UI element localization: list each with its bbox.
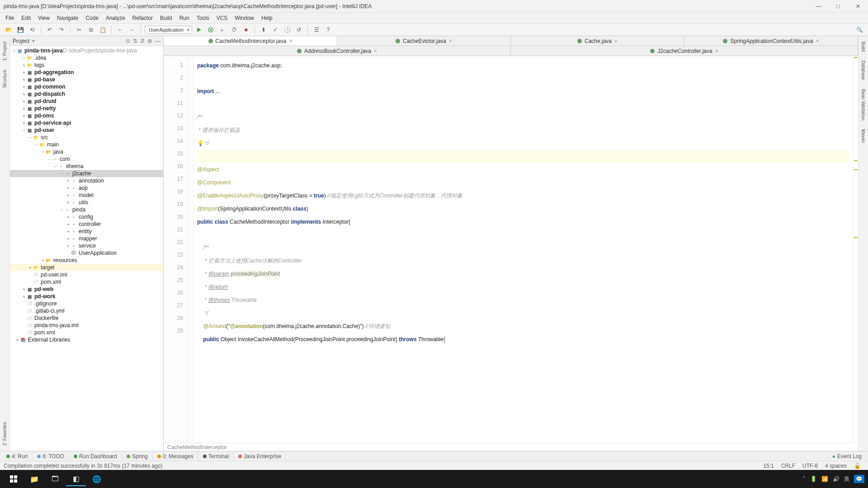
tree-item[interactable]: +▫config <box>10 213 163 221</box>
tab-cache[interactable]: Cache.java× <box>511 36 684 46</box>
tray-ime-icon[interactable]: 英 <box>844 475 849 483</box>
vcs-history-icon[interactable]: 🕓 <box>282 25 292 35</box>
paste-icon[interactable]: 📋 <box>98 25 108 35</box>
menu-refactor[interactable]: Refactor <box>129 14 156 22</box>
debug-icon[interactable] <box>206 25 216 35</box>
bottom-tab-run[interactable]: 4: Run <box>2 451 33 461</box>
structure-icon[interactable]: ☰ <box>311 25 321 35</box>
copy-icon[interactable]: ⧉ <box>86 25 96 35</box>
breadcrumb[interactable]: CacheMethodInterceptor <box>164 443 858 451</box>
menu-build[interactable]: Build <box>156 14 176 22</box>
bottom-tab-javaee[interactable]: Java Enterprise <box>234 451 286 461</box>
bottom-tab-spring[interactable]: Spring <box>122 451 153 461</box>
chevron-down-icon[interactable]: ▼ <box>31 39 35 43</box>
menu-code[interactable]: Code <box>82 14 102 22</box>
gear-icon[interactable]: ⚙ <box>147 38 152 44</box>
right-tab-database[interactable]: Database <box>860 59 867 82</box>
menu-navigate[interactable]: Navigate <box>53 14 82 22</box>
taskbar-chrome-icon[interactable]: 🌐 <box>87 472 107 486</box>
tree-item[interactable]: −📂java <box>10 148 163 155</box>
expand-all-icon[interactable]: ⇅ <box>133 38 137 44</box>
status-lock-icon[interactable]: 🔓 <box>850 463 864 469</box>
tree-item[interactable]: +▦pd-common <box>10 83 163 90</box>
taskbar-intellij-icon[interactable]: ◧ <box>66 472 86 486</box>
tree-item[interactable]: −▫pinda <box>10 206 163 213</box>
bottom-tab-messages[interactable]: 0: Messages <box>153 451 198 461</box>
forward-icon[interactable]: → <box>127 25 137 35</box>
bottom-tab-todo[interactable]: 6: TODO <box>33 451 69 461</box>
tree-item[interactable]: −▫itheima <box>10 163 163 170</box>
profile-icon[interactable]: ⏱ <box>229 25 239 35</box>
tree-item[interactable]: +📁logs <box>10 61 163 69</box>
search-everywhere-icon[interactable]: 🔍 <box>854 25 864 35</box>
menu-run[interactable]: Run <box>176 14 193 22</box>
tree-item[interactable]: 📄pd-user.iml <box>10 271 163 278</box>
save-icon[interactable]: 💾 <box>15 25 25 35</box>
menu-help[interactable]: Help <box>258 14 276 22</box>
tree-item[interactable]: 📄.gitlab-ci.yml <box>10 307 163 314</box>
tree-item[interactable]: −▫j2cache <box>10 170 163 177</box>
left-tab-structure[interactable]: Structure <box>1 68 8 90</box>
tree-item[interactable]: +▫service <box>10 242 163 249</box>
tree-root[interactable]: −▦pinda-tms-java D:\IdeaProjects\pinda-t… <box>10 47 163 54</box>
fold-gutter[interactable] <box>187 56 193 443</box>
tree-item[interactable]: +▦pd-work <box>10 293 163 300</box>
editor-body[interactable]: 1231112131415161718192021222324252627282… <box>164 56 858 443</box>
close-icon[interactable]: × <box>614 38 618 44</box>
tray-battery-icon[interactable]: 🔋 <box>810 476 817 482</box>
tree-item[interactable]: ⒸUserApplication <box>10 249 163 257</box>
tree-item[interactable]: +📚External Libraries <box>10 336 163 343</box>
warning-marker[interactable] <box>854 237 858 238</box>
tree-item[interactable]: +▫model <box>10 192 163 199</box>
warning-marker[interactable] <box>854 57 858 58</box>
locate-icon[interactable]: ⊙ <box>126 38 130 44</box>
tree-item[interactable]: −📁.idea <box>10 54 163 61</box>
close-icon[interactable]: ✕ <box>852 3 864 9</box>
warning-marker[interactable] <box>854 160 858 161</box>
minimize-icon[interactable]: — <box>812 3 825 9</box>
tree-item[interactable]: 📄pinda-tms-java.iml <box>10 322 163 329</box>
tree-item[interactable]: 📄.gitignore <box>10 300 163 307</box>
tree-item[interactable]: +▦pd-druid <box>10 98 163 105</box>
status-line-ending[interactable]: CRLF <box>778 463 799 469</box>
tree-item[interactable]: −📁src <box>10 134 163 141</box>
coverage-icon[interactable]: ▹ <box>217 25 227 35</box>
tree-item[interactable]: −▫com <box>10 155 163 163</box>
menu-analyze[interactable]: Analyze <box>102 14 129 22</box>
menu-vcs[interactable]: VCS <box>213 14 231 22</box>
hide-icon[interactable]: — <box>155 38 160 44</box>
tab-springappcontext[interactable]: SpringApplicationContextUtils.java× <box>684 36 858 46</box>
status-encoding[interactable]: UTF-8 <box>799 463 821 469</box>
tree-item[interactable]: +▦pd-service-api <box>10 119 163 127</box>
collapse-all-icon[interactable]: ⇵ <box>140 38 145 44</box>
start-button[interactable] <box>4 472 24 486</box>
close-icon[interactable]: × <box>816 38 819 44</box>
taskbar-explorer-icon[interactable]: 📁 <box>24 472 44 486</box>
tree-item[interactable]: +▫aop <box>10 184 163 192</box>
tray-notification-icon[interactable]: 💬 <box>854 475 864 483</box>
tree-item[interactable]: +▦pd-web <box>10 286 163 293</box>
tree-item[interactable]: +▫controller <box>10 221 163 228</box>
breadcrumb-item[interactable]: CacheMethodInterceptor <box>167 444 227 450</box>
run-icon[interactable] <box>194 25 204 35</box>
close-icon[interactable]: × <box>449 38 452 44</box>
cut-icon[interactable]: ✂ <box>74 25 84 35</box>
close-icon[interactable]: × <box>289 38 292 44</box>
tray-network-icon[interactable]: 📶 <box>821 476 828 482</box>
status-indent[interactable]: 4 spaces <box>821 463 850 469</box>
left-tab-favorites[interactable]: 2: Favorites <box>1 420 8 447</box>
sync-icon[interactable]: ⟲ <box>27 25 37 35</box>
left-tab-project[interactable]: 1: Project <box>1 40 8 62</box>
tab-cachemethod[interactable]: CacheMethodInterceptor.java× <box>164 36 337 46</box>
undo-icon[interactable]: ↶ <box>45 25 55 35</box>
tree-item[interactable]: +▦pd-netty <box>10 105 163 112</box>
right-tab-maven[interactable]: Maven <box>860 127 867 145</box>
tree-item[interactable]: 📄pom.xml <box>10 329 163 336</box>
warning-marker[interactable] <box>854 169 858 170</box>
tab-cacheevictor[interactable]: CacheEvictor.java× <box>337 36 511 46</box>
run-config-selector[interactable]: UserApplication <box>145 26 192 34</box>
tree-item[interactable]: −▦pd-user <box>10 127 163 134</box>
status-caret-pos[interactable]: 15:1 <box>760 463 777 469</box>
tree-item[interactable]: 📄pom.xml <box>10 278 163 286</box>
tree-item[interactable]: +▦pd-base <box>10 76 163 83</box>
